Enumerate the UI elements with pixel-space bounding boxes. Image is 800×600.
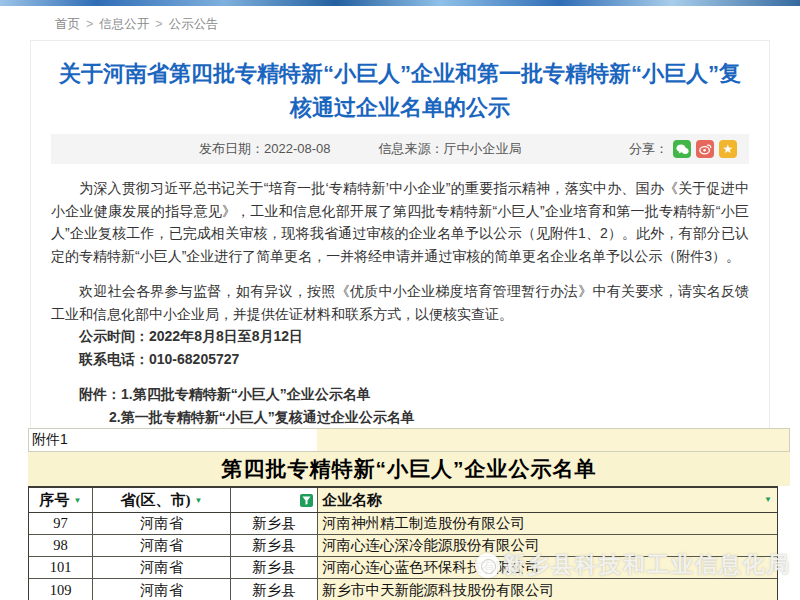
breadcrumb-info-disclosure[interactable]: 信息公开 (99, 17, 149, 31)
contact-phone: 联系电话：010-68205727 (51, 348, 749, 371)
table-grid: 序号▼ 省(区、市)▼ 企业名称▼ 97河南省新乡县河南神州精工制造股份有限公司… (28, 486, 778, 600)
table-row: 109河南省新乡县新乡市中天新能源科技股份有限公司 (29, 579, 777, 600)
table-cell: 河南心连心深冷能源股份有限公司 (318, 535, 777, 556)
filter-dropdown-icon[interactable]: ▼ (764, 495, 772, 504)
active-filter-icon[interactable] (300, 494, 313, 507)
annex-label: 附件1 (28, 428, 92, 452)
info-source: 信息来源：厅中小企业局 (379, 140, 522, 158)
table-header-row: 序号▼ 省(区、市)▼ 企业名称▼ (29, 488, 777, 513)
table-cell: 河南省 (93, 557, 231, 578)
paragraph-1: 为深入贯彻习近平总书记关于“培育一批‘专精特新’中小企业”的重要指示精神，落实中… (51, 177, 749, 267)
table-cell: 河南心连心蓝色环保科技有限公司 (318, 557, 777, 578)
table-cell: 98 (29, 535, 93, 556)
favorite-star-icon[interactable]: ★ (719, 140, 737, 158)
attachment-link-2[interactable]: 2.第一批专精特新“小巨人”复核通过企业公示名单 (51, 406, 749, 429)
header-province: 省(区、市)▼ (93, 488, 231, 512)
empty-cell (317, 428, 790, 452)
breadcrumb-home[interactable]: 首页 (55, 17, 80, 31)
table-row: 101河南省新乡县河南心连心蓝色环保科技有限公司 (29, 557, 777, 579)
table-cell: 河南神州精工制造股份有限公司 (318, 513, 777, 534)
breadcrumb-separator: > (86, 17, 93, 31)
sheet-rows: 97河南省新乡县河南神州精工制造股份有限公司98河南省新乡县河南心连心深冷能源股… (29, 513, 777, 600)
table-cell: 河南省 (93, 535, 231, 556)
header-company: 企业名称▼ (318, 488, 777, 512)
table-cell: 新乡市中天新能源科技股份有限公司 (318, 579, 777, 600)
table-title: 第四批专精特新“小巨人”企业公示名单 (28, 452, 790, 486)
header-seq: 序号▼ (29, 488, 93, 512)
table-row: 97河南省新乡县河南神州精工制造股份有限公司 (29, 513, 777, 535)
table-cell: 新乡县 (231, 579, 318, 600)
publish-date: 发布日期：2022-08-08 (199, 140, 331, 158)
breadcrumb-announcements[interactable]: 公示公告 (169, 17, 219, 31)
wechat-share-icon[interactable] (673, 140, 691, 158)
attachment1-spreadsheet: 附件1 第四批专精特新“小巨人”企业公示名单 序号▼ 省(区、市)▼ 企业名称▼… (28, 428, 790, 600)
top-nav-strip (0, 0, 800, 6)
paragraph-2: 欢迎社会各界参与监督，如有异议，按照《优质中小企业梯度培育管理暂行办法》中有关要… (51, 280, 749, 325)
table-cell: 河南省 (93, 513, 231, 534)
breadcrumb-separator: > (155, 17, 162, 31)
table-row: 98河南省新乡县河南心连心深冷能源股份有限公司 (29, 535, 777, 557)
attachment-link-1[interactable]: 附件：1.第四批专精特新“小巨人”企业公示名单 (51, 383, 749, 406)
table-cell: 河南省 (93, 579, 231, 600)
article-meta-bar: 发布日期：2022-08-08 信息来源：厅中小企业局 分享： ★ (51, 134, 749, 164)
table-cell: 新乡县 (231, 513, 318, 534)
article-container: 关于河南省第四批专精特新“小巨人”企业和第一批专精特新“小巨人”复核通过企业名单… (30, 40, 770, 428)
empty-cell (230, 428, 317, 452)
publicity-time: 公示时间：2022年8月8日至8月12日 (51, 325, 749, 348)
empty-cell (92, 428, 230, 452)
filter-dropdown-icon[interactable]: ▼ (74, 496, 82, 505)
table-cell: 新乡县 (231, 557, 318, 578)
header-county (231, 488, 318, 512)
share-label: 分享： (629, 140, 668, 158)
table-cell: 新乡县 (231, 535, 318, 556)
page-title: 关于河南省第四批专精特新“小巨人”企业和第一批专精特新“小巨人”复核通过企业名单… (51, 57, 749, 125)
table-cell: 101 (29, 557, 93, 578)
breadcrumb: 首页>信息公开>公示公告 (55, 16, 219, 33)
filter-dropdown-icon[interactable]: ▼ (195, 496, 203, 505)
table-cell: 97 (29, 513, 93, 534)
annex-label-row: 附件1 (28, 428, 790, 452)
table-cell: 109 (29, 579, 93, 600)
weibo-share-icon[interactable] (696, 140, 714, 158)
